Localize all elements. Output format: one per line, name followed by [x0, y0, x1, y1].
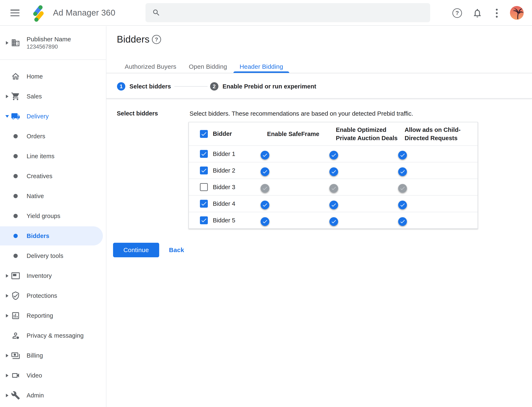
- sidebar-item-sales[interactable]: Sales: [0, 86, 106, 106]
- sidebar-item-label: Privacy & messaging: [27, 332, 84, 339]
- search-bar[interactable]: [145, 3, 430, 22]
- dot-icon: [11, 132, 20, 141]
- column-header: Enable Optimized Private Auction Deals: [336, 126, 405, 142]
- bidder-checkbox[interactable]: [200, 183, 208, 191]
- sidebar-item-label: Native: [27, 193, 44, 200]
- table-header-row: BidderEnable SafeFrameEnable Optimized P…: [189, 122, 477, 145]
- bidder-name: Bidder 1: [213, 150, 235, 157]
- stepper: 1Select bidders2Enable Prebid or run exp…: [117, 82, 316, 91]
- sidebar-item-label: Sales: [27, 93, 42, 100]
- caret-right-icon: [5, 41, 9, 45]
- top-app-bar: Ad Manager 360 ?: [0, 0, 532, 26]
- sidebar-item-creatives[interactable]: Creatives: [0, 166, 106, 186]
- ad-manager-logo: [30, 5, 47, 22]
- caret-right-icon: [5, 274, 9, 278]
- stepper-divider: [106, 98, 532, 99]
- sidebar-item-delivery[interactable]: Delivery: [0, 106, 106, 126]
- dot-icon: [11, 251, 20, 260]
- page-title: Bidders: [117, 34, 149, 45]
- search-icon: [152, 8, 161, 17]
- bidder-name: Bidder 4: [213, 200, 235, 207]
- table-row: Bidder 5: [189, 212, 477, 228]
- caret-down-icon: [5, 115, 9, 118]
- sidebar-item-label: Inventory: [27, 273, 52, 279]
- bidder-checkbox[interactable]: [200, 216, 208, 224]
- stepper-connector: [174, 86, 208, 86]
- sidebar-item-line-items[interactable]: Line items: [0, 146, 106, 166]
- column-header: Enable SafeFrame: [267, 130, 336, 138]
- video-icon: [11, 371, 20, 380]
- admin-icon: [11, 391, 20, 400]
- inventory-icon: [11, 271, 20, 280]
- sidebar-item-orders[interactable]: Orders: [0, 126, 106, 146]
- main-content: Bidders ? Authorized BuyersOpen BiddingH…: [106, 26, 532, 407]
- column-header: Allow ads on Child- Directed Requests: [405, 126, 477, 142]
- avatar[interactable]: [510, 6, 524, 20]
- caret-right-icon: [5, 95, 9, 98]
- report-icon: [11, 311, 20, 320]
- bidder-name: Bidder 3: [213, 184, 235, 191]
- sidebar-item-video[interactable]: Video: [0, 366, 106, 385]
- tab-header-bidding[interactable]: Header Bidding: [233, 60, 290, 73]
- app-title: Ad Manager 360: [53, 0, 115, 25]
- notifications-icon[interactable]: [472, 8, 483, 18]
- bidder-checkbox[interactable]: [200, 200, 208, 208]
- sidebar-item-label: Video: [27, 372, 42, 379]
- sidebar-item-native[interactable]: Native: [0, 186, 106, 206]
- step-number: 2: [210, 82, 218, 91]
- building-icon: [11, 38, 20, 47]
- bidder-name: Bidder 2: [213, 167, 235, 174]
- select-all-checkbox[interactable]: [200, 130, 208, 138]
- bidder-checkbox[interactable]: [200, 166, 208, 174]
- bidders-table: BidderEnable SafeFrameEnable Optimized P…: [188, 122, 478, 229]
- step-label: Enable Prebid or run experiment: [223, 83, 316, 90]
- bidder-checkbox[interactable]: [200, 150, 208, 158]
- continue-button[interactable]: Continue: [113, 243, 159, 257]
- bidder-name: Bidder 5: [213, 217, 235, 224]
- search-input[interactable]: [165, 9, 424, 16]
- caret-right-icon: [5, 394, 9, 397]
- sidebar-item-yield-groups[interactable]: Yield groups: [0, 206, 106, 226]
- tabs: Authorized BuyersOpen BiddingHeader Bidd…: [119, 60, 289, 73]
- sidebar-item-reporting[interactable]: Reporting: [0, 306, 106, 326]
- caret-right-icon: [5, 374, 9, 377]
- publisher-name: Publisher Name: [27, 35, 71, 43]
- sidebar-item-inventory[interactable]: Inventory: [0, 266, 106, 286]
- caret-right-icon: [5, 294, 9, 297]
- menu-icon[interactable]: [10, 9, 20, 16]
- sidebar-item-label: Home: [27, 73, 43, 80]
- more-vert-icon[interactable]: [494, 8, 499, 18]
- dot-icon: [11, 152, 20, 161]
- truck-icon: [11, 112, 20, 121]
- sidebar-item-label: Billing: [27, 352, 43, 359]
- sidebar-item-protections[interactable]: Protections: [0, 286, 106, 306]
- dot-icon: [11, 231, 20, 241]
- page-help-icon[interactable]: ?: [152, 35, 161, 44]
- tab-authorized-buyers[interactable]: Authorized Buyers: [119, 60, 183, 73]
- step-number: 1: [117, 82, 125, 91]
- section-description: Select bidders. These recommendations ar…: [190, 110, 413, 117]
- table-row: Bidder 3: [189, 179, 477, 195]
- table-row: Bidder 1: [189, 145, 477, 162]
- sidebar-item-label: Delivery: [27, 113, 49, 120]
- help-icon[interactable]: ?: [452, 8, 462, 18]
- sidebar-item-admin[interactable]: Admin: [0, 385, 106, 405]
- sidebar-item-delivery-tools[interactable]: Delivery tools: [0, 246, 106, 266]
- shield-icon: [11, 291, 20, 300]
- back-button[interactable]: Back: [169, 243, 184, 257]
- sidebar-item-billing[interactable]: Billing: [0, 345, 106, 366]
- sidebar-item-label: Creatives: [27, 173, 52, 180]
- sidebar-item-bidders[interactable]: Bidders: [0, 226, 106, 246]
- sidebar-item-home[interactable]: Home: [0, 66, 106, 86]
- tab-open-bidding[interactable]: Open Bidding: [183, 60, 233, 73]
- table-row: Bidder 4: [189, 195, 477, 212]
- sidebar-item-label: Admin: [27, 392, 44, 399]
- dot-icon: [11, 172, 20, 181]
- publisher-id: 1234567890: [27, 43, 71, 50]
- sidebar-item-label: Orders: [27, 133, 45, 140]
- sidebar-item-label: Line items: [27, 153, 55, 160]
- publisher-selector[interactable]: Publisher Name 1234567890: [0, 26, 106, 60]
- dot-icon: [11, 191, 20, 201]
- sidebar-item-privacy[interactable]: Privacy & messaging: [0, 326, 106, 345]
- sidebar-item-label: Yield groups: [27, 213, 60, 219]
